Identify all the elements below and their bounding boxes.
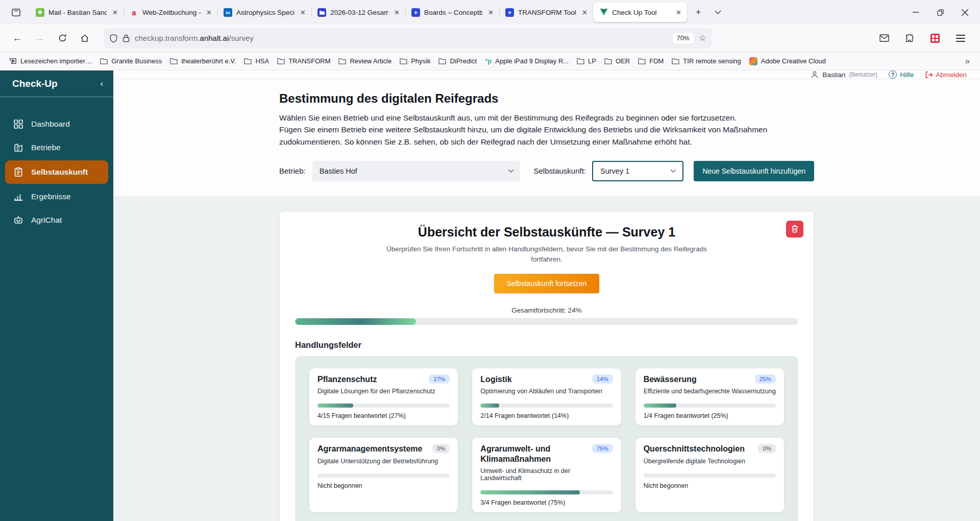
forward-button[interactable]: → [31, 29, 49, 48]
user-menu[interactable]: Bastian (Benutzer) [811, 70, 877, 79]
sidebar-item-dashboard[interactable]: Dashboard [5, 113, 108, 135]
fields-heading: Handlungsfelder [295, 340, 798, 350]
field-card-querschnittstechnologien[interactable]: Querschnittstechnologien 0% Übergreifend… [635, 438, 784, 512]
url-text: checkup.transform.anhalt.ai/survey [135, 34, 673, 42]
tab-title: 2026-03-12 Gesamtpro [330, 9, 388, 16]
bookmark-adobe-creative-cloud[interactable]: Adobe Creative Cloud [745, 55, 830, 67]
tab-close-icon[interactable]: ✕ [674, 9, 683, 16]
mail-extension-icon[interactable] [875, 29, 893, 48]
field-card-agrarumwelt[interactable]: Agrarumwelt- und Klimamaßnahmen 75% Umwe… [472, 438, 621, 512]
tab-close-icon[interactable]: ✕ [205, 9, 213, 16]
import-icon [9, 57, 17, 65]
continue-survey-button[interactable]: Selbstauskunft fortsetzen [494, 274, 599, 293]
sidebar-item-agrichat[interactable]: AgriChat [5, 209, 108, 231]
new-tab-button[interactable]: + [690, 4, 706, 20]
tab-gesamtprojekt[interactable]: 2026-03-12 Gesamtpro ✕ [311, 3, 405, 22]
field-card-logistik[interactable]: Logistik 14% Optimierung von Abläufen un… [472, 368, 621, 425]
tab-linkedin[interactable]: in Astrophysics Specialist ✕ [217, 3, 311, 22]
sidebar-item-selbstauskunft[interactable]: Selbstauskunft [5, 160, 108, 184]
lock-icon[interactable] [122, 34, 130, 42]
betrieb-select[interactable]: Basties Hof [312, 161, 521, 181]
reload-button[interactable] [53, 29, 71, 48]
web-zeitbuchung-favicon-icon: a [130, 8, 138, 17]
zoom-level-badge[interactable]: 70% [673, 33, 694, 43]
field-card-pflanzenschutz[interactable]: Pflanzenschutz 27% Digitale Lösungen für… [309, 368, 458, 425]
selection-controls: Betrieb: Basties Hof Selbstauskunft: Sur… [279, 161, 814, 181]
delete-survey-button[interactable] [786, 221, 803, 238]
bookmark-folder-granite-business[interactable]: Granite Business [96, 55, 166, 67]
field-description: Optimierung von Abläufen und Transporten [480, 388, 612, 395]
bookmark-folder-hsa[interactable]: HSA [240, 55, 273, 67]
robot-chat-icon [13, 215, 23, 225]
browser-toolbar: ← → checkup.transform.anhalt.ai/survey 7… [0, 25, 980, 52]
field-title: Agrarumwelt- und Klimamaßnahmen [480, 444, 587, 463]
field-progress-bar [317, 404, 450, 408]
add-selbstauskunft-button[interactable]: Neue Selbstauskunft hinzufügen [694, 161, 814, 181]
tab-close-icon[interactable]: ✕ [111, 9, 119, 16]
bookmark-folder-fdm[interactable]: FDM [634, 55, 668, 67]
dashboard-icon [13, 119, 23, 129]
tab-transform-tools[interactable]: + TRANSFORM Tools – C ✕ [499, 3, 593, 22]
survey-overview-card: Übersicht der Selbstauskünfte — Survey 1… [279, 211, 814, 521]
red-extension-icon[interactable] [926, 29, 944, 48]
tab-conceptboard-boards[interactable]: + Boards – Conceptboar ✕ [405, 3, 499, 22]
bookmark-folder-tir-remote-sensing[interactable]: TIR remote sensing [668, 55, 745, 67]
window-restore-button[interactable] [929, 3, 951, 22]
extensions-puzzle-icon[interactable] [900, 29, 919, 48]
tab-zeitbuchung[interactable]: a Web-Zeitbuchung - Ho ✕ [124, 3, 217, 22]
logout-icon [925, 71, 933, 79]
bookmark-folder-dipredict[interactable]: DiPredict [434, 55, 481, 67]
field-description: Umwelt- und Klimaschutz in der Landwirts… [480, 467, 612, 482]
help-link[interactable]: ? Hilfe [889, 70, 914, 79]
tab-title: Web-Zeitbuchung - Ho [142, 9, 201, 16]
bookmark-folder-transform[interactable]: TRANSFORM [273, 55, 334, 67]
chevron-down-icon [508, 169, 514, 173]
tab-close-icon[interactable]: ✕ [486, 9, 495, 16]
sidebar-collapse-icon[interactable]: ‹ [101, 79, 103, 88]
field-status: 3/4 Fragen beantwortet (75%) [480, 499, 612, 506]
window-minimize-button[interactable] [904, 3, 927, 22]
bookmark-folder-lp[interactable]: LP [573, 55, 600, 67]
url-bar[interactable]: checkup.transform.anhalt.ai/survey 70% ☆ [104, 28, 712, 49]
selbstauskunft-select[interactable]: Survey 1 [592, 161, 683, 181]
bookmarks-overflow-chevron-icon[interactable]: » [965, 56, 975, 66]
tab-close-icon[interactable]: ✕ [580, 9, 589, 16]
bookmarks-bar: Lesezeichen importier… Granite Business … [0, 52, 980, 70]
bookmark-import[interactable]: Lesezeichen importier… [5, 55, 96, 67]
tab-title: Astrophysics Specialist [236, 9, 295, 16]
tab-title: TRANSFORM Tools – C [518, 9, 576, 16]
window-close-button[interactable] [953, 3, 976, 22]
bookmark-apple-ipad[interactable]: °p Apple iPad 9 Display R... [481, 55, 573, 67]
menu-hamburger-icon[interactable] [951, 29, 970, 48]
tab-check-up-tool-active[interactable]: Check Up Tool ✕ [593, 3, 687, 22]
bookmark-folder-oer[interactable]: OER [600, 55, 634, 67]
panopto-icon: °p [485, 57, 492, 65]
survey-card-title: Übersicht der Selbstauskünfte — Survey 1 [295, 225, 798, 240]
bookmark-star-icon[interactable]: ☆ [699, 33, 706, 43]
home-button[interactable] [76, 29, 94, 48]
tracking-shield-icon[interactable] [109, 34, 118, 43]
firefox-view-icon[interactable] [7, 4, 24, 21]
back-button[interactable]: ← [8, 29, 27, 48]
sidebar-item-ergebnisse[interactable]: Ergebnisse [5, 186, 108, 207]
field-card-bewaesserung[interactable]: Bewässerung 25% Effiziente und bedarfsge… [635, 368, 784, 425]
field-progress-bar [644, 404, 776, 408]
bookmark-folder-physik[interactable]: Physik [396, 55, 434, 67]
tab-title: Check Up Tool [612, 9, 670, 16]
logout-link[interactable]: Abmelden [925, 71, 967, 79]
user-name: Bastian [822, 71, 845, 79]
page-title: Bestimmung des digitalen Reifegrads [279, 91, 814, 106]
field-progress-bar [644, 473, 776, 478]
tab-mail[interactable]: ❖ Mail - Bastian Sander - ✕ [30, 3, 124, 22]
tab-close-icon[interactable]: ✕ [299, 9, 307, 16]
list-tabs-chevron-icon[interactable] [709, 4, 726, 20]
folder-icon [244, 58, 252, 64]
bookmark-folder-review-article[interactable]: Review Article [334, 55, 396, 67]
field-title: Bewässerung [644, 374, 697, 384]
field-card-agrarmanagementsysteme[interactable]: Agrarmanagementsysteme 0% Digitale Unter… [309, 438, 458, 512]
sidebar-item-betriebe[interactable]: Betriebe [5, 137, 108, 158]
field-progress-badge: 0% [432, 444, 450, 453]
tab-close-icon[interactable]: ✕ [393, 9, 401, 16]
bookmark-folder-theaterberuehrt[interactable]: theaterberührt e.V. [166, 55, 240, 67]
field-progress-bar [317, 473, 450, 478]
